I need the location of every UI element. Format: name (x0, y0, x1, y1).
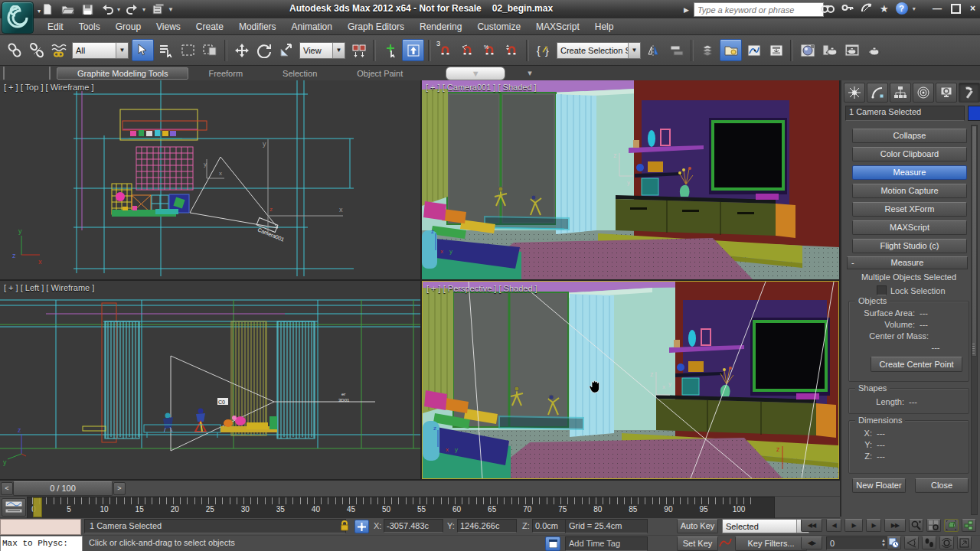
menu-create[interactable]: Create (188, 19, 231, 34)
menu-customize[interactable]: Customize (469, 19, 528, 34)
menu-modifiers[interactable]: Modifiers (231, 19, 284, 34)
display-tab-icon[interactable] (936, 83, 957, 103)
utilities-tab-icon[interactable] (959, 83, 980, 103)
rendered-frame-window-button[interactable] (841, 40, 862, 60)
minimize-button[interactable]: — (933, 3, 942, 14)
toggle-scene-explorer-button[interactable] (720, 39, 742, 61)
select-and-manipulate-button[interactable] (380, 40, 400, 60)
go-to-start-button[interactable]: ◀◀ (801, 519, 822, 532)
track-bar-ruler[interactable]: 0510152025303540455055606570758085909510… (27, 497, 775, 519)
zoom-extents-all-icon[interactable] (962, 519, 976, 532)
set-key-button[interactable]: Set Key (677, 536, 718, 551)
mirror-button[interactable] (644, 40, 665, 60)
render-production-button[interactable] (864, 40, 884, 60)
viewport-left[interactable]: C0 er3D01 zy [ + (0, 281, 420, 479)
set-key-filters-curve-icon[interactable] (718, 536, 733, 549)
utility-button-measure[interactable]: Measure (852, 165, 967, 180)
lock-selection-checkbox[interactable] (877, 285, 887, 295)
use-pivot-point-center-button[interactable] (348, 40, 369, 60)
ribbon-tab-freeform[interactable]: Freeform (188, 67, 263, 80)
schematic-view-button[interactable] (766, 40, 786, 60)
ribbon-tab-graphite-modeling-tools[interactable]: Graphite Modeling Tools (57, 67, 188, 80)
maxscript-mini-listener[interactable]: Max to Physc: (0, 536, 83, 551)
bind-to-space-warp-icon[interactable] (48, 40, 69, 60)
edit-named-selection-sets-button[interactable]: {} (533, 40, 554, 60)
auto-key-button[interactable]: Auto Key (677, 519, 718, 533)
utility-button-motion-capture[interactable]: Motion Capture (852, 184, 967, 198)
redo-button[interactable] (125, 2, 140, 17)
current-frame-field[interactable]: 0▲▼ (826, 536, 889, 550)
close-button[interactable]: × (970, 3, 975, 14)
walk-through-icon[interactable] (922, 536, 936, 549)
menu-edit[interactable]: Edit (40, 19, 71, 34)
field-of-view-icon[interactable] (904, 536, 919, 549)
subscription-key-icon[interactable] (841, 2, 854, 15)
ribbon-grip[interactable] (3, 67, 51, 80)
measure-rollout-header[interactable]: - Measure (847, 256, 968, 269)
maximize-viewport-toggle-icon[interactable] (957, 536, 972, 549)
utility-button-collapse[interactable]: Collapse (852, 129, 967, 143)
zoom-extents-icon[interactable] (944, 519, 959, 532)
object-color-swatch[interactable] (968, 106, 980, 121)
maximize-button[interactable] (951, 4, 961, 14)
redo-caret-icon[interactable]: ▾ (142, 6, 145, 13)
add-time-tag-field[interactable]: Add Time Tag (565, 536, 648, 551)
snaps-toggle-button[interactable]: 3 (435, 40, 456, 60)
current-frame-marker[interactable] (33, 497, 42, 517)
object-name-field[interactable]: 1 Camera Selected (845, 106, 965, 121)
communication-center-icon[interactable] (861, 2, 873, 15)
create-tab-icon[interactable] (844, 83, 865, 103)
key-mode-toggle-button[interactable]: ◀▶ (801, 536, 822, 549)
mini-curve-editor-button[interactable] (2, 498, 26, 517)
go-to-end-button[interactable]: ▶▶ (884, 519, 906, 532)
orbit-icon[interactable] (939, 536, 954, 549)
undo-button[interactable] (100, 2, 115, 17)
keyboard-shortcut-override-button[interactable] (402, 39, 424, 61)
close-utility-button[interactable]: Close (915, 478, 969, 493)
selection-set-key-dropdown[interactable]: Selected▼ (722, 519, 809, 533)
layer-manager-button[interactable] (697, 40, 718, 60)
favorites-star-icon[interactable]: ★ (880, 3, 889, 15)
zoom-all-icon[interactable] (926, 519, 941, 532)
hierarchy-tab-icon[interactable] (890, 83, 911, 103)
menu-tools[interactable]: Tools (71, 19, 108, 34)
align-button[interactable] (666, 40, 687, 60)
panel-scrollbar[interactable] (971, 125, 978, 515)
next-frame-button[interactable]: ▶ (866, 519, 881, 532)
ribbon-minimize-caret-icon[interactable]: ▾ (508, 67, 552, 80)
menu-rendering[interactable]: Rendering (412, 19, 469, 34)
select-and-rotate-button[interactable] (253, 40, 274, 60)
time-slider-handle[interactable]: 0 / 100 (13, 481, 113, 496)
y-coord-field[interactable]: 1246.266c (457, 519, 517, 533)
select-object-button[interactable] (132, 39, 154, 61)
window-crossing-toggle-button[interactable] (200, 40, 220, 60)
menu-maxscript[interactable]: MAXScript (528, 19, 587, 34)
infocenter-arrow-icon[interactable]: ▶ (684, 6, 689, 14)
rectangular-selection-region-button[interactable] (178, 40, 198, 60)
viewport-camera[interactable]: z y xy z [ + ] [ Camera001 ] [ Shaded ] (422, 80, 839, 279)
save-file-button[interactable] (80, 2, 95, 17)
next-frame-slider-button[interactable]: > (113, 482, 126, 495)
time-configuration-icon[interactable] (887, 536, 901, 549)
viewport-label-camera[interactable]: [ + ] [ Camera001 ] [ Shaded ] (426, 83, 537, 92)
render-setup-button[interactable] (819, 40, 840, 60)
ribbon-tab-object-paint[interactable]: Object Paint (337, 67, 423, 80)
menu-animation[interactable]: Animation (284, 19, 340, 34)
viewport-label-perspective[interactable]: [ + ] [ Perspective ] [ Shaded ] (426, 284, 537, 293)
curve-editor-button[interactable] (743, 40, 764, 60)
help-icon[interactable]: ? (896, 2, 908, 15)
search-input[interactable] (694, 2, 824, 17)
new-file-button[interactable] (40, 2, 55, 17)
help-caret-icon[interactable]: ▾ (913, 5, 916, 12)
menu-group[interactable]: Group (108, 19, 149, 34)
angle-snap-toggle-button[interactable] (457, 40, 478, 60)
spinner-snap-toggle-button[interactable] (501, 40, 522, 60)
utility-button-flight-studio-c-[interactable]: Flight Studio (c) (852, 239, 967, 253)
macro-recorder-pane[interactable] (0, 519, 81, 535)
select-and-move-button[interactable] (231, 40, 252, 60)
menu-graph-editors[interactable]: Graph Editors (340, 19, 412, 34)
select-and-scale-button[interactable] (276, 40, 296, 60)
project-caret-icon[interactable]: ▼ (168, 6, 174, 13)
search-binoculars-icon[interactable] (821, 2, 835, 15)
previous-frame-slider-button[interactable]: < (1, 482, 13, 495)
